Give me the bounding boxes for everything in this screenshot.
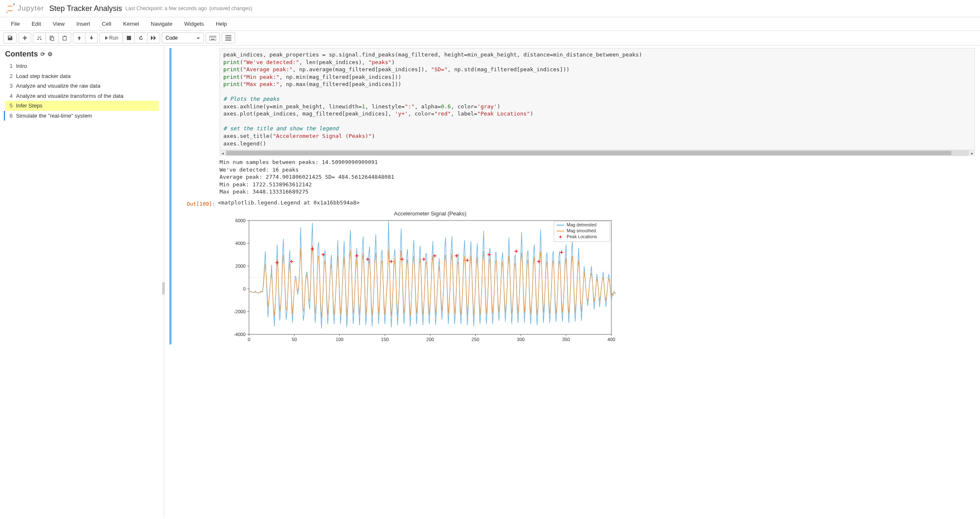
svg-text:6000: 6000 xyxy=(236,218,246,223)
command-palette-button[interactable] xyxy=(206,32,220,43)
code-input[interactable]: peak_indices, peak_properties = sp.signa… xyxy=(220,48,975,150)
interrupt-button[interactable] xyxy=(123,32,135,43)
toc-header: Contents ⟳ ⚙ xyxy=(5,50,159,59)
toc-item[interactable]: 6Simulate the "real-time" system xyxy=(4,111,159,121)
svg-text:100: 100 xyxy=(336,337,343,342)
toc-link[interactable]: Analyze and visualize transforms of the … xyxy=(16,92,123,100)
stdout-output: Min num samples between peaks: 14.509090… xyxy=(220,156,975,196)
svg-rect-13 xyxy=(211,39,215,40)
copy-button[interactable] xyxy=(46,32,59,43)
svg-text:Mag detrended: Mag detrended xyxy=(567,222,597,227)
arrow-up-icon xyxy=(77,35,82,40)
restart-button[interactable] xyxy=(135,32,147,43)
menu-insert[interactable]: Insert xyxy=(71,19,95,29)
save-icon xyxy=(7,35,13,41)
svg-text:4000: 4000 xyxy=(236,241,246,246)
svg-rect-9 xyxy=(211,36,212,37)
menu-edit[interactable]: Edit xyxy=(27,19,46,29)
output-prompt: Out[109]: xyxy=(171,199,218,207)
svg-rect-16 xyxy=(225,40,231,40)
toc-number: 1 xyxy=(7,62,13,70)
scissors-icon xyxy=(37,35,42,41)
run-label: Run xyxy=(109,35,118,41)
svg-rect-7 xyxy=(209,36,216,40)
scroll-left-arrow[interactable]: ◂ xyxy=(220,150,225,156)
cut-button[interactable] xyxy=(33,32,46,43)
restart-icon xyxy=(138,35,144,41)
sidebar-resize-handle[interactable] xyxy=(162,282,165,295)
celltype-select[interactable]: Code xyxy=(162,32,204,43)
svg-rect-5 xyxy=(64,35,65,36)
run-icon xyxy=(104,36,108,40)
restart-run-button[interactable] xyxy=(147,32,160,43)
toolbar: Run Code xyxy=(0,31,980,46)
menu-help[interactable]: Help xyxy=(211,19,232,29)
svg-text:0: 0 xyxy=(243,286,246,291)
menu-view[interactable]: View xyxy=(48,19,70,29)
notebook-title[interactable]: Step Tracker Analysis xyxy=(49,4,122,13)
svg-text:-2000: -2000 xyxy=(234,309,246,314)
list-icon xyxy=(225,35,231,40)
svg-point-1 xyxy=(6,11,8,13)
plus-icon xyxy=(22,35,27,40)
svg-rect-15 xyxy=(225,38,231,38)
code-cell[interactable]: peak_indices, peak_properties = sp.signa… xyxy=(169,48,975,344)
toc-link[interactable]: Intro xyxy=(16,62,27,70)
refresh-icon[interactable]: ⟳ xyxy=(40,51,45,57)
svg-text:400: 400 xyxy=(608,337,615,342)
menu-navigate[interactable]: Navigate xyxy=(146,19,177,29)
checkpoint-text: Last Checkpoint: a few seconds ago xyxy=(126,5,207,11)
stop-icon xyxy=(127,36,131,40)
toc-item[interactable]: 2Load step tracker data xyxy=(5,71,159,81)
input-prompt xyxy=(173,48,220,344)
menubar: File Edit View Insert Cell Kernel Naviga… xyxy=(0,17,980,31)
toc-link[interactable]: Analyze and visualize the raw data xyxy=(16,82,100,90)
notebook-area[interactable]: peak_indices, peak_properties = sp.signa… xyxy=(164,46,980,518)
save-button[interactable] xyxy=(3,32,17,43)
notebook-header: Jupyter Step Tracker Analysis Last Check… xyxy=(0,0,980,17)
svg-rect-6 xyxy=(127,36,131,40)
svg-text:350: 350 xyxy=(562,337,570,342)
move-down-button[interactable] xyxy=(86,32,98,43)
insert-cell-button[interactable] xyxy=(19,32,31,43)
svg-rect-11 xyxy=(214,36,214,37)
svg-text:Mag smoothed: Mag smoothed xyxy=(567,228,596,233)
svg-text:250: 250 xyxy=(471,337,479,342)
svg-rect-3 xyxy=(51,37,54,40)
scroll-thumb[interactable] xyxy=(226,151,951,155)
svg-point-0 xyxy=(13,3,15,5)
svg-text:Peak Locations: Peak Locations xyxy=(567,234,597,239)
arrow-down-icon xyxy=(89,35,94,40)
svg-text:300: 300 xyxy=(517,337,525,342)
svg-rect-14 xyxy=(225,35,231,36)
jupyter-logo[interactable]: Jupyter xyxy=(4,3,44,14)
move-up-button[interactable] xyxy=(73,32,86,43)
menu-widgets[interactable]: Widgets xyxy=(179,19,209,29)
toc-number: 5 xyxy=(7,102,13,110)
menu-kernel[interactable]: Kernel xyxy=(118,19,144,29)
toc-link[interactable]: Simulate the "real-time" system xyxy=(16,112,92,120)
toc-link[interactable]: Load step tracker data xyxy=(16,72,70,81)
toc-item[interactable]: 1Intro xyxy=(5,61,159,71)
toc-number: 3 xyxy=(7,82,13,90)
chart-output: Accelerometer Signal (Peaks)-4000-200002… xyxy=(220,207,975,344)
menu-file[interactable]: File xyxy=(6,19,25,29)
toc-item[interactable]: 5Infer Steps xyxy=(5,101,159,111)
toc-sidebar: Contents ⟳ ⚙ 1Intro2Load step tracker da… xyxy=(0,46,164,518)
toc-toggle-button[interactable] xyxy=(222,32,235,43)
toc-list: 1Intro2Load step tracker data3Analyze an… xyxy=(5,61,159,121)
horizontal-scrollbar[interactable]: ◂ ▸ xyxy=(220,150,975,156)
svg-text:Accelerometer Signal (Peaks): Accelerometer Signal (Peaks) xyxy=(394,210,466,217)
svg-text:50: 50 xyxy=(292,337,297,342)
toc-item[interactable]: 3Analyze and visualize the raw data xyxy=(5,81,159,91)
run-button[interactable]: Run xyxy=(99,32,123,43)
toc-item[interactable]: 4Analyze and visualize transforms of the… xyxy=(5,91,159,101)
paste-button[interactable] xyxy=(59,32,71,43)
svg-text:150: 150 xyxy=(381,337,388,342)
svg-rect-8 xyxy=(210,36,211,37)
gear-icon[interactable]: ⚙ xyxy=(48,51,53,57)
menu-cell[interactable]: Cell xyxy=(97,19,116,29)
svg-text:200: 200 xyxy=(426,337,434,342)
scroll-right-arrow[interactable]: ▸ xyxy=(969,150,975,156)
toc-link[interactable]: Infer Steps xyxy=(16,102,43,110)
